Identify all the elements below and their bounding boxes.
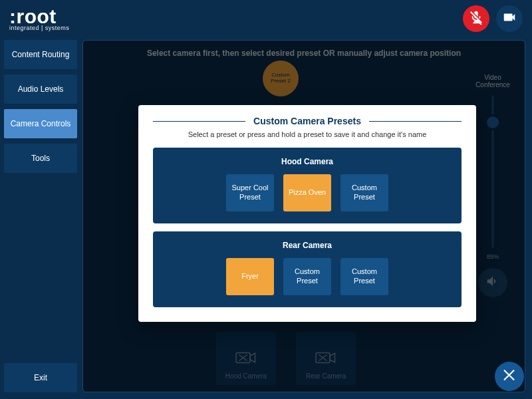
modal-header: Custom Camera Presets [153,116,462,126]
sidebar-item-label: Camera Controls [11,119,71,128]
sidebar-item-audio-levels[interactable]: Audio Levels [4,74,77,104]
preset-button[interactable]: Pizza Oven [283,174,331,211]
preset-label: Custom Preset [286,267,329,286]
sidebar-item-content-routing[interactable]: Content Routing [4,40,77,69]
close-icon [501,366,518,386]
sidebar-item-camera-controls[interactable]: Camera Controls [4,109,77,138]
brand-logo: :root integrated | systems [9,7,69,31]
video-button[interactable] [496,5,523,32]
header-rule-right [369,121,462,122]
modal-title: Custom Camera Presets [253,116,361,126]
preset-label: Custom Preset [343,184,386,202]
video-camera-icon [502,10,517,27]
preset-group-rear: Rear Camera Fryer Custom Preset Custom P… [153,231,462,307]
sidebar-item-label: Audio Levels [18,84,64,94]
preset-label: Fryer [241,272,259,281]
mic-mute-button[interactable] [463,5,489,32]
brand-name: :root [9,7,69,27]
header-rule-left [153,121,245,122]
preset-group-title: Rear Camera [165,241,450,250]
preset-label: Custom Preset [343,267,386,286]
sidebar-exit-wrap: Exit [4,363,77,392]
preset-button[interactable]: Custom Preset [340,174,388,211]
sidebar-nav: Content Routing Audio Levels Camera Cont… [4,40,77,173]
close-button[interactable] [495,362,524,391]
preset-button[interactable]: Fryer [226,258,274,295]
sidebar-item-tools[interactable]: Tools [4,144,77,173]
preset-label: Super Cool Preset [229,184,271,202]
preset-button[interactable]: Custom Preset [283,258,331,295]
preset-label: Pizza Oven [289,188,326,198]
preset-group-hood: Hood Camera Super Cool Preset Pizza Oven… [153,148,462,223]
exit-button[interactable]: Exit [4,363,77,392]
sidebar-item-label: Tools [31,154,50,163]
custom-presets-modal: Custom Camera Presets Select a preset or… [138,105,476,322]
preset-button[interactable]: Super Cool Preset [226,174,274,211]
top-bar: :root integrated | systems [0,0,532,37]
modal-subtitle: Select a preset or press and hold a pres… [153,130,462,138]
exit-label: Exit [34,373,47,382]
mic-off-icon [469,10,483,27]
sidebar-item-label: Content Routing [12,50,70,59]
brand-tagline: integrated | systems [9,25,69,31]
preset-group-title: Hood Camera [165,157,450,166]
preset-button[interactable]: Custom Preset [340,258,388,295]
